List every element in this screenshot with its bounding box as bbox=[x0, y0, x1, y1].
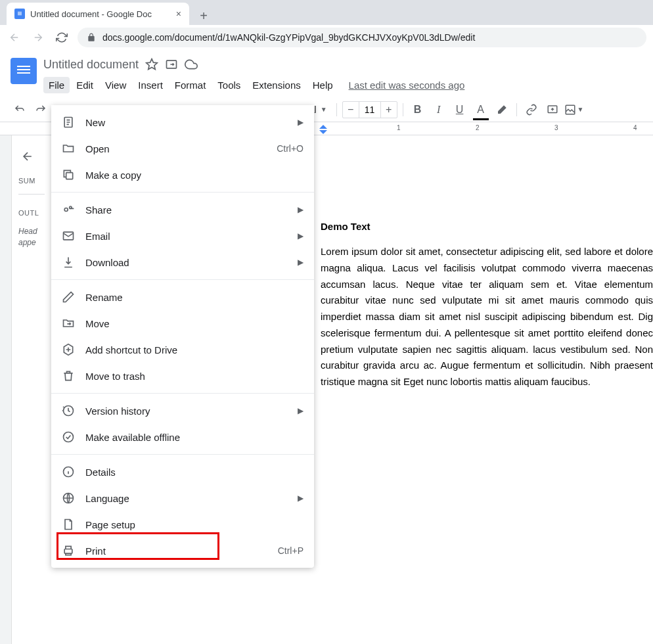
new-tab-button[interactable]: + bbox=[194, 7, 213, 25]
menu-format[interactable]: Format bbox=[169, 77, 212, 93]
add-comment-button[interactable] bbox=[543, 101, 562, 119]
redo-button[interactable] bbox=[32, 101, 50, 119]
shortcut-icon bbox=[62, 343, 75, 356]
menu-help[interactable]: Help bbox=[307, 77, 338, 93]
outline-heading: OUTL bbox=[18, 209, 45, 217]
url-text: docs.google.com/document/d/1wANQkil-GzgY… bbox=[102, 32, 475, 43]
file-move[interactable]: Move bbox=[51, 310, 314, 336]
insert-image-button[interactable]: ▼ bbox=[564, 101, 584, 119]
svg-rect-4 bbox=[66, 173, 73, 179]
submenu-arrow-icon: ▶ bbox=[298, 118, 304, 127]
file-version-history[interactable]: Version history ▶ bbox=[51, 398, 314, 424]
globe-icon bbox=[62, 492, 75, 505]
vertical-ruler bbox=[0, 135, 12, 644]
menu-file[interactable]: File bbox=[43, 77, 70, 93]
menu-extensions[interactable]: Extensions bbox=[247, 77, 305, 93]
file-share[interactable]: Share ▶ bbox=[51, 196, 314, 223]
close-tab-icon[interactable]: × bbox=[176, 9, 181, 19]
menu-insert[interactable]: Insert bbox=[133, 77, 168, 93]
undo-button[interactable] bbox=[11, 101, 29, 119]
italic-button[interactable]: I bbox=[430, 101, 448, 119]
email-icon bbox=[62, 229, 75, 242]
underline-button[interactable]: U bbox=[451, 101, 469, 119]
menu-tools[interactable]: Tools bbox=[212, 77, 246, 93]
doc-heading[interactable]: Demo Text bbox=[321, 221, 653, 232]
outline-panel: SUM OUTL Head appe bbox=[12, 135, 51, 644]
info-icon bbox=[62, 465, 75, 478]
file-details[interactable]: Details bbox=[51, 459, 314, 485]
file-page-setup[interactable]: Page setup bbox=[51, 511, 314, 538]
menu-view[interactable]: View bbox=[100, 77, 131, 93]
submenu-arrow-icon: ▶ bbox=[298, 205, 304, 214]
download-icon bbox=[62, 256, 75, 269]
trash-icon bbox=[62, 369, 75, 382]
print-icon bbox=[62, 544, 75, 557]
file-make-copy[interactable]: Make a copy bbox=[51, 162, 314, 188]
insert-link-button[interactable] bbox=[522, 101, 541, 119]
highlight-button[interactable] bbox=[493, 101, 511, 119]
offline-icon bbox=[62, 430, 75, 444]
move-icon[interactable] bbox=[165, 58, 178, 71]
page-icon bbox=[62, 518, 75, 531]
file-add-shortcut[interactable]: Add shortcut to Drive bbox=[51, 336, 314, 363]
reload-button[interactable] bbox=[54, 30, 70, 45]
menu-edit[interactable]: Edit bbox=[71, 77, 99, 93]
docs-favicon bbox=[14, 9, 25, 19]
summary-heading: SUM bbox=[18, 177, 45, 185]
file-language[interactable]: Language ▶ bbox=[51, 485, 314, 511]
file-new[interactable]: New ▶ bbox=[51, 109, 314, 135]
svg-rect-12 bbox=[64, 549, 72, 554]
rename-icon bbox=[62, 290, 75, 304]
submenu-arrow-icon: ▶ bbox=[298, 494, 304, 503]
file-print[interactable]: Print Ctrl+P bbox=[51, 538, 314, 564]
bold-button[interactable]: B bbox=[409, 101, 427, 119]
document-title[interactable]: Untitled document bbox=[43, 58, 139, 72]
font-size-value[interactable]: 11 bbox=[359, 102, 381, 118]
copy-icon bbox=[62, 168, 75, 181]
submenu-arrow-icon: ▶ bbox=[298, 231, 304, 241]
font-size-decrease[interactable]: − bbox=[343, 104, 359, 116]
file-open[interactable]: Open Ctrl+O bbox=[51, 135, 314, 162]
url-field[interactable]: docs.google.com/document/d/1wANQkil-GzgY… bbox=[78, 28, 646, 47]
file-trash[interactable]: Move to trash bbox=[51, 363, 314, 389]
folder-icon bbox=[62, 142, 75, 155]
outline-collapse-button[interactable] bbox=[21, 150, 45, 165]
history-icon bbox=[62, 404, 75, 417]
share-icon bbox=[62, 203, 75, 216]
tab-title: Untitled document - Google Doc bbox=[30, 9, 171, 19]
text-color-button[interactable]: A bbox=[472, 101, 490, 119]
docs-logo[interactable] bbox=[11, 58, 37, 84]
file-offline[interactable]: Make available offline bbox=[51, 424, 314, 450]
document-icon bbox=[62, 116, 75, 129]
menubar: File Edit View Insert Format Tools Exten… bbox=[43, 75, 642, 95]
tab-strip: Untitled document - Google Doc × + bbox=[0, 0, 653, 25]
last-edit-link[interactable]: Last edit was seconds ago bbox=[349, 80, 465, 91]
doc-body[interactable]: Lorem ipsum dolor sit amet, consectetur … bbox=[321, 244, 653, 390]
file-rename[interactable]: Rename bbox=[51, 284, 314, 310]
back-button[interactable] bbox=[7, 30, 22, 45]
submenu-arrow-icon: ▶ bbox=[298, 406, 304, 415]
submenu-arrow-icon: ▶ bbox=[298, 258, 304, 267]
cloud-status-icon[interactable] bbox=[185, 58, 198, 71]
file-menu-dropdown: New ▶ Open Ctrl+O Make a copy Share ▶ Em… bbox=[51, 105, 314, 568]
address-bar-row: docs.google.com/document/d/1wANQkil-GzgY… bbox=[0, 25, 653, 50]
lock-icon bbox=[87, 33, 96, 42]
forward-button[interactable] bbox=[30, 30, 46, 45]
svg-point-5 bbox=[64, 208, 68, 212]
font-size-increase[interactable]: + bbox=[381, 104, 397, 116]
file-download[interactable]: Download ▶ bbox=[51, 249, 314, 275]
indent-marker[interactable] bbox=[319, 129, 328, 134]
outline-placeholder: Head appe bbox=[18, 226, 45, 248]
file-email[interactable]: Email ▶ bbox=[51, 223, 314, 249]
docs-header: Untitled document File Edit View Insert … bbox=[0, 50, 653, 95]
font-size-control: − 11 + bbox=[342, 101, 397, 118]
move-folder-icon bbox=[62, 317, 75, 330]
star-icon[interactable] bbox=[145, 58, 158, 71]
browser-tab[interactable]: Untitled document - Google Doc × bbox=[7, 3, 189, 25]
browser-chrome: Untitled document - Google Doc × + docs.… bbox=[0, 0, 653, 50]
svg-point-9 bbox=[64, 432, 74, 442]
